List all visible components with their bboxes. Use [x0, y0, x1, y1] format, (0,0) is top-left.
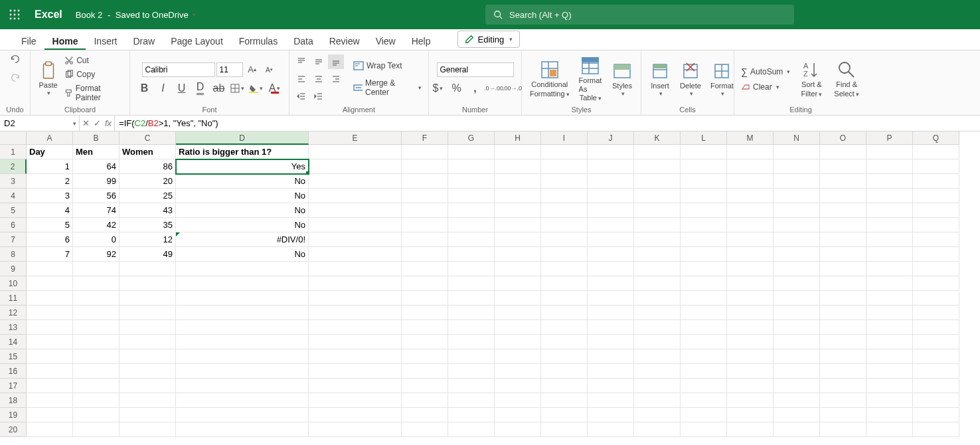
cell-A15[interactable] — [27, 349, 73, 364]
cell-M4[interactable] — [727, 189, 774, 203]
align-center-button[interactable] — [311, 72, 327, 86]
cell-H18[interactable] — [495, 393, 541, 408]
cell-H9[interactable] — [495, 262, 541, 276]
cell-J4[interactable] — [588, 189, 634, 203]
font-name-input[interactable] — [142, 62, 215, 77]
cell-N4[interactable] — [774, 189, 820, 203]
cell-F9[interactable] — [402, 262, 448, 276]
spreadsheet-grid[interactable]: ABCDEFGHIJKLMNOPQ 1234567891011121314151… — [0, 132, 980, 437]
cell-K12[interactable] — [634, 306, 681, 320]
cell-J19[interactable] — [588, 408, 634, 422]
decrease-font-button[interactable]: A▾ — [262, 62, 278, 77]
cell-Q3[interactable] — [913, 174, 959, 189]
cell-P20[interactable] — [866, 422, 913, 437]
cell-L7[interactable] — [681, 232, 727, 247]
cell-N12[interactable] — [774, 306, 820, 320]
tab-page-layout[interactable]: Page Layout — [163, 32, 231, 50]
cell-C4[interactable]: 25 — [120, 189, 176, 203]
cell-P1[interactable] — [866, 145, 913, 159]
cell-O19[interactable] — [820, 408, 866, 422]
col-header-A[interactable]: A — [27, 132, 73, 145]
cell-I6[interactable] — [541, 218, 588, 232]
cell-D13[interactable] — [176, 320, 309, 335]
cell-A13[interactable] — [27, 320, 73, 335]
cell-B17[interactable] — [73, 379, 120, 393]
cell-Q10[interactable] — [913, 276, 959, 291]
cell-Q19[interactable] — [913, 408, 959, 422]
col-header-L[interactable]: L — [681, 132, 727, 145]
cell-P9[interactable] — [866, 262, 913, 276]
cell-O5[interactable] — [820, 203, 866, 218]
cell-C3[interactable]: 20 — [120, 174, 176, 189]
undo-button[interactable] — [7, 52, 23, 66]
cell-L4[interactable] — [681, 189, 727, 203]
cell-D1[interactable]: Ratio is bigger than 1? — [176, 145, 309, 159]
cell-F19[interactable] — [402, 408, 448, 422]
cell-C15[interactable] — [120, 349, 176, 364]
cell-B2[interactable]: 64 — [73, 159, 120, 174]
cell-E20[interactable] — [309, 422, 402, 437]
find-select-button[interactable]: Find &Select▾ — [830, 58, 863, 99]
cell-L5[interactable] — [681, 203, 727, 218]
cell-D17[interactable] — [176, 379, 309, 393]
cell-B10[interactable] — [73, 276, 120, 291]
row-header-18[interactable]: 18 — [0, 393, 27, 408]
cell-Q13[interactable] — [913, 320, 959, 335]
cell-I3[interactable] — [541, 174, 588, 189]
cell-F10[interactable] — [402, 276, 448, 291]
cell-H15[interactable] — [495, 349, 541, 364]
cell-H8[interactable] — [495, 247, 541, 262]
increase-decimal-button[interactable]: .0→.00 — [486, 81, 502, 96]
cell-D19[interactable] — [176, 408, 309, 422]
cell-J12[interactable] — [588, 306, 634, 320]
name-box[interactable]: D2 ▾ — [0, 116, 80, 131]
cell-K11[interactable] — [634, 291, 681, 306]
cell-E9[interactable] — [309, 262, 402, 276]
col-header-E[interactable]: E — [309, 132, 402, 145]
cell-F1[interactable] — [402, 145, 448, 159]
col-header-F[interactable]: F — [402, 132, 448, 145]
cell-P14[interactable] — [866, 335, 913, 349]
cell-F20[interactable] — [402, 422, 448, 437]
delete-cells-button[interactable]: Delete▾ — [676, 59, 705, 99]
cell-D12[interactable] — [176, 306, 309, 320]
cell-M19[interactable] — [727, 408, 774, 422]
cell-D9[interactable] — [176, 262, 309, 276]
cell-L3[interactable] — [681, 174, 727, 189]
cell-I17[interactable] — [541, 379, 588, 393]
cell-J14[interactable] — [588, 335, 634, 349]
cell-L8[interactable] — [681, 247, 727, 262]
cell-H3[interactable] — [495, 174, 541, 189]
cell-I13[interactable] — [541, 320, 588, 335]
cell-G3[interactable] — [448, 174, 495, 189]
cell-M17[interactable] — [727, 379, 774, 393]
col-header-O[interactable]: O — [820, 132, 866, 145]
clear-button[interactable]: Clear▾ — [738, 81, 793, 93]
comma-format-button[interactable]: , — [467, 81, 483, 96]
row-header-14[interactable]: 14 — [0, 335, 27, 349]
cell-B20[interactable] — [73, 422, 120, 437]
cell-H16[interactable] — [495, 364, 541, 379]
cell-G15[interactable] — [448, 349, 495, 364]
cell-G19[interactable] — [448, 408, 495, 422]
redo-button[interactable] — [7, 70, 23, 85]
cell-K17[interactable] — [634, 379, 681, 393]
align-bottom-button[interactable] — [328, 54, 344, 69]
cell-I20[interactable] — [541, 422, 588, 437]
cell-P5[interactable] — [866, 203, 913, 218]
cell-P18[interactable] — [866, 393, 913, 408]
cell-P7[interactable] — [866, 232, 913, 247]
cell-I16[interactable] — [541, 364, 588, 379]
cell-I11[interactable] — [541, 291, 588, 306]
col-header-D[interactable]: D — [176, 132, 309, 145]
cell-styles-button[interactable]: Styles▾ — [608, 59, 637, 99]
cell-O13[interactable] — [820, 320, 866, 335]
tab-insert[interactable]: Insert — [86, 32, 125, 50]
cell-M12[interactable] — [727, 306, 774, 320]
tab-help[interactable]: Help — [404, 32, 439, 50]
cell-P4[interactable] — [866, 189, 913, 203]
cell-N5[interactable] — [774, 203, 820, 218]
cell-M6[interactable] — [727, 218, 774, 232]
decrease-decimal-button[interactable]: .00→.0 — [505, 81, 521, 96]
cell-B1[interactable]: Men — [73, 145, 120, 159]
